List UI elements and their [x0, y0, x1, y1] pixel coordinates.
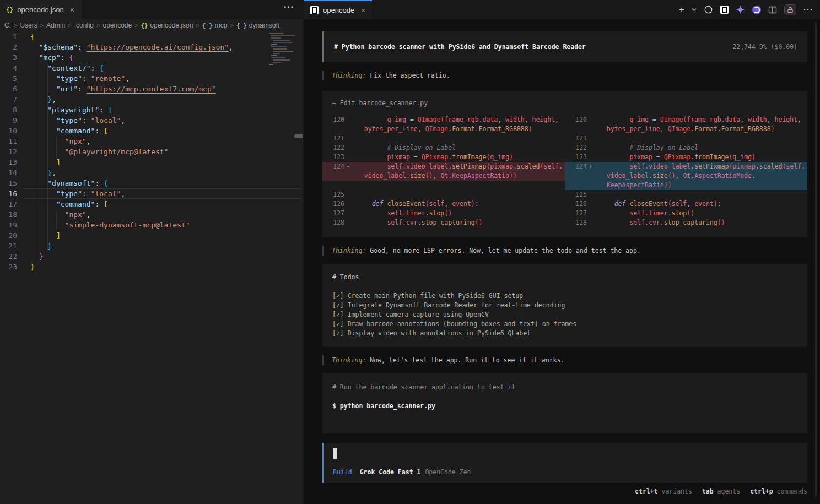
split-editor-icon[interactable] [768, 6, 777, 14]
agent-mode[interactable]: Build [333, 468, 352, 477]
code-line-2[interactable]: 2"$schema": "https://opencode.ai/config.… [0, 42, 303, 52]
line-content: "mcp": { [30, 52, 73, 63]
terminal-more-icon[interactable]: ··· [803, 5, 813, 14]
code-line-12[interactable]: 12"@playwright/mcp@latest" [0, 147, 303, 157]
code-line-3[interactable]: 3"mcp": { [0, 52, 303, 63]
json-symbol-icon: {} [141, 22, 148, 29]
diff-code: def closeEvent(self, event): [357, 199, 479, 209]
close-tab-icon[interactable]: × [70, 6, 74, 14]
code-editor[interactable]: 1{2"$schema": "https://opencode.ai/confi… [0, 31, 303, 272]
diff-code: pixmap = QPixmap.fromImage(q_img) [599, 153, 756, 162]
edit-title: ← Edit barcode_scanner.py [322, 99, 807, 108]
indent-guide [56, 210, 57, 231]
breadcrumb-item[interactable]: { }mcp [202, 21, 228, 29]
code-line-11[interactable]: 11"npx", [0, 136, 303, 147]
code-line-10[interactable]: 10"command": [ [0, 126, 303, 136]
todos-block: # Todos [✓] Create main Python file with… [322, 264, 807, 347]
line-number: 6 [0, 84, 17, 94]
diff-line-number [322, 124, 344, 134]
todo-item: [✓] Draw barcode annotations (bounding b… [332, 319, 797, 329]
breadcrumb-item[interactable]: Users [20, 21, 37, 29]
opencode-profile-icon[interactable] [720, 6, 729, 14]
run-command: $ python barcode_scanner.py [332, 402, 797, 411]
line-content: "npx", [30, 136, 91, 147]
code-line-7[interactable]: 7}, [0, 94, 303, 105]
line-number: 3 [0, 52, 17, 63]
thinking-label: Thinking: [332, 71, 366, 80]
object-symbol-icon: { } [236, 22, 247, 29]
new-terminal-plus-icon[interactable]: + [679, 5, 684, 14]
code-line-1[interactable]: 1{ [0, 31, 303, 42]
code-line-8[interactable]: 8"playwright": { [0, 105, 303, 115]
code-line-22[interactable]: 22} [0, 251, 303, 262]
line-number: 16 [0, 188, 17, 199]
breadcrumb-item[interactable]: Admin [46, 21, 65, 29]
code-line-9[interactable]: 9"type": "local", [0, 115, 303, 126]
prompt-input[interactable]: Build Grok Code Fast 1 OpenCode Zen [322, 443, 807, 483]
code-line-20[interactable]: 20] [0, 230, 303, 241]
terminal-panel: opencode × + [304, 0, 820, 504]
breadcrumb-item[interactable]: C: [4, 21, 11, 29]
code-line-5[interactable]: 5"type": "remote", [0, 73, 303, 84]
diff-line-number: 125 [322, 190, 344, 199]
tab-opencode-terminal[interactable]: opencode × [304, 0, 372, 19]
thinking-text: Fix the aspect ratio. [366, 71, 450, 80]
diff-code: # Display on Label [357, 143, 456, 153]
diff-row: 124-self.video_label.setPixmap(pixmap.sc… [322, 162, 565, 171]
editor-tab-bar: {} opencode.json × ··· [0, 0, 303, 19]
profile-chevron-down-icon[interactable] [692, 7, 697, 12]
agent-spiral-icon[interactable] [752, 6, 761, 14]
diff-row: 122# Display on Label [322, 143, 565, 153]
code-line-23[interactable]: 23} [0, 262, 303, 272]
line-content: "npx", [30, 209, 91, 220]
line-content: "url": "https://mcp.context7.com/mcp" [30, 84, 216, 94]
code-line-13[interactable]: 13] [0, 157, 303, 167]
code-line-21[interactable]: 21} [0, 241, 303, 251]
breadcrumb[interactable]: C:>Users>Admin>.config>opencode>{}openco… [0, 19, 303, 31]
model-name[interactable]: Grok Code Fast 1 [360, 468, 421, 477]
diff-code: def closeEvent(self, event): [599, 199, 721, 209]
diff-line-number: 128 [322, 218, 344, 227]
diff-line-number: 126 [322, 199, 344, 209]
breadcrumb-item[interactable]: { }dynamsoft [236, 21, 279, 29]
diff-row: 123pixmap = QPixmap.fromImage(q_img) [322, 153, 565, 162]
breadcrumb-item[interactable]: {}opencode.json [141, 21, 193, 29]
code-line-16[interactable]: 16"type": "local", [0, 188, 303, 199]
edit-diff-block: ← Edit barcode_scanner.py 120q_img = QIm… [322, 91, 807, 237]
code-line-14[interactable]: 14}, [0, 167, 303, 178]
diff-row: 126def closeEvent(self, event): [322, 199, 565, 209]
close-tab-icon[interactable]: × [361, 7, 365, 14]
breadcrumb-separator: > [68, 22, 71, 29]
diff-code: self.cvr.stop_capturing() [599, 218, 725, 227]
line-number: 1 [0, 31, 17, 42]
diff-marker [344, 209, 352, 218]
editor-actions-more-icon[interactable]: ··· [284, 2, 294, 12]
code-line-15[interactable]: 15"dynamsoft": { [0, 178, 303, 188]
lock-toggle[interactable] [784, 4, 796, 15]
code-line-4[interactable]: 4"context7": { [0, 63, 303, 73]
diff-line-number [565, 124, 587, 134]
minimap[interactable] [265, 33, 299, 83]
terminal-scrollbar[interactable] [815, 22, 817, 497]
diff-line-number: 121 [322, 134, 344, 143]
diff-row: 125 [322, 190, 565, 199]
code-line-19[interactable]: 19"simple-dynamsoft-mcp@latest" [0, 220, 303, 230]
text-cursor [333, 448, 337, 459]
diff-marker [587, 190, 595, 199]
diff-line-number: 124 [322, 162, 344, 171]
code-line-6[interactable]: 6"url": "https://mcp.context7.com/mcp" [0, 84, 303, 94]
code-line-18[interactable]: 18"npx", [0, 209, 303, 220]
code-line-17[interactable]: 17"command": [ [0, 199, 303, 209]
tab-opencode-json[interactable]: {} opencode.json × [0, 0, 81, 19]
breadcrumb-separator: > [96, 22, 100, 29]
keybinding-status-bar: ctrl+t variantstab agentsctrl+p commands [322, 487, 807, 496]
diff-code: self.video_label.setPixmap(pixmap.scaled… [599, 162, 805, 171]
diff-row: 120q_img = QImage(frame_rgb.data, width,… [565, 115, 807, 124]
openai-icon[interactable] [704, 5, 713, 14]
breadcrumb-item[interactable]: .config [74, 21, 94, 29]
agent-star-icon[interactable] [736, 5, 745, 14]
scrollbar-thumb[interactable] [294, 134, 303, 138]
line-content: }, [30, 94, 56, 105]
diff-row: 122# Display on Label [565, 143, 807, 153]
breadcrumb-item[interactable]: opencode [102, 21, 132, 29]
